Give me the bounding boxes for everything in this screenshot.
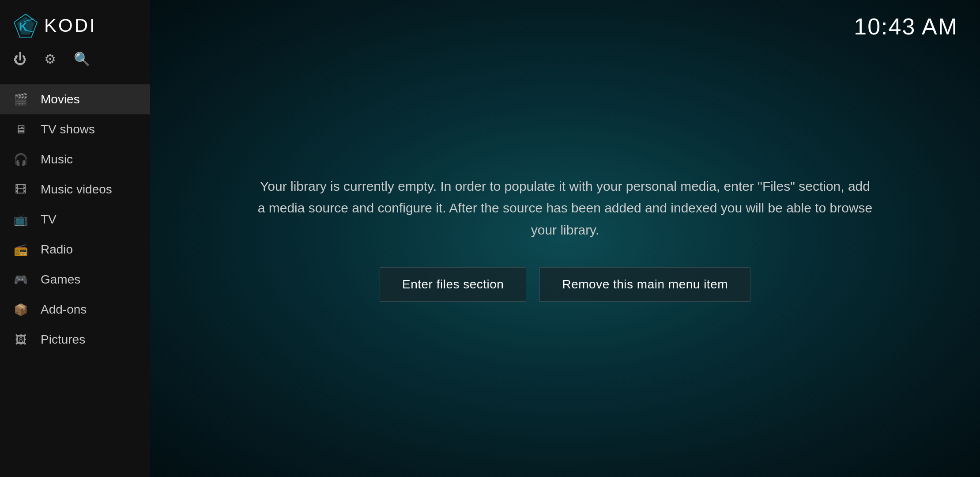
tv-icon: 📺 xyxy=(13,213,28,227)
sidebar-item-games[interactable]: 🎮Games xyxy=(0,265,150,295)
content-area: Your library is currently empty. In orde… xyxy=(150,0,980,477)
sidebar-item-music[interactable]: 🎧Music xyxy=(0,144,150,174)
remove-menu-item-button[interactable]: Remove this main menu item xyxy=(539,267,750,302)
logo-area: K KODI xyxy=(0,0,150,47)
empty-library-message: Your library is currently empty. In orde… xyxy=(256,175,874,241)
power-icon[interactable]: ⏻ xyxy=(13,52,26,67)
sidebar-item-label-addons: Add-ons xyxy=(41,303,87,317)
sidebar-item-movies[interactable]: 🎬Movies xyxy=(0,84,150,114)
sidebar-item-label-music: Music xyxy=(41,152,73,167)
action-buttons: Enter files section Remove this main men… xyxy=(380,267,750,302)
svg-text:K: K xyxy=(19,20,27,33)
sidebar-item-tv[interactable]: 📺TV xyxy=(0,204,150,235)
musicvideos-icon: 🎞 xyxy=(13,183,28,197)
nav-menu: 🎬Movies🖥TV shows🎧Music🎞Music videos📺TV📻R… xyxy=(0,84,150,477)
sidebar-item-musicvideos[interactable]: 🎞Music videos xyxy=(0,174,150,204)
clock: 10:43 AM xyxy=(854,13,958,40)
app-title: KODI xyxy=(44,15,97,36)
addons-icon: 📦 xyxy=(13,303,28,317)
kodi-logo-icon: K xyxy=(13,13,38,38)
sidebar-item-label-tvshows: TV shows xyxy=(41,122,95,136)
music-icon: 🎧 xyxy=(13,153,28,167)
games-icon: 🎮 xyxy=(13,273,28,287)
movies-icon: 🎬 xyxy=(13,93,28,106)
settings-icon[interactable]: ⚙ xyxy=(44,51,56,67)
sidebar-item-radio[interactable]: 📻Radio xyxy=(0,235,150,265)
search-icon[interactable]: 🔍 xyxy=(74,51,90,67)
sidebar-item-addons[interactable]: 📦Add-ons xyxy=(0,295,150,325)
sidebar-item-label-tv: TV xyxy=(41,212,57,227)
sidebar-item-label-pictures: Pictures xyxy=(41,333,85,347)
toolbar: ⏻ ⚙ 🔍 xyxy=(0,47,150,80)
sidebar-item-tvshows[interactable]: 🖥TV shows xyxy=(0,114,150,144)
sidebar: K KODI ⏻ ⚙ 🔍 🎬Movies🖥TV shows🎧Music🎞Musi… xyxy=(0,0,150,477)
sidebar-item-label-musicvideos: Music videos xyxy=(41,182,112,197)
sidebar-item-label-movies: Movies xyxy=(41,92,80,106)
sidebar-item-label-games: Games xyxy=(41,273,80,287)
tvshows-icon: 🖥 xyxy=(13,123,28,136)
main-content: 10:43 AM Your library is currently empty… xyxy=(150,0,980,477)
enter-files-button[interactable]: Enter files section xyxy=(380,267,527,302)
sidebar-item-label-radio: Radio xyxy=(41,242,73,257)
sidebar-item-pictures[interactable]: 🖼Pictures xyxy=(0,325,150,355)
pictures-icon: 🖼 xyxy=(13,333,28,347)
radio-icon: 📻 xyxy=(13,243,28,257)
